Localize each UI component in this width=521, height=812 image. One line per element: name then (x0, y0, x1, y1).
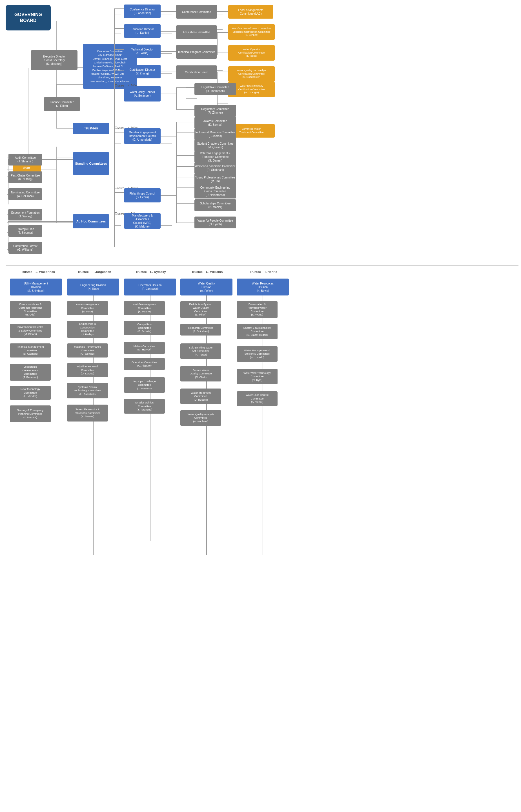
womens-leadership-committee: Women's Leadership Committee (R. Shirkha… (195, 162, 236, 174)
new-technology-label: New Technology Committee (H. Vendra) (21, 388, 40, 398)
smaller-utilities-label: Smaller Utilities Committee (J. Tarantin… (135, 401, 154, 411)
education-committee-label: Education Committee (183, 30, 210, 34)
trustee-jorgenson-label: Trustee – T. Jorgenson (68, 270, 121, 273)
water-operator-label: Water Operator Certification Committee (… (239, 48, 265, 58)
nominating-committee-label: Nominating Committee (A. DeGraca) (11, 191, 40, 198)
womens-leadership-label: Women's Leadership Committee (R. Shirkha… (195, 164, 236, 172)
water-use-efficiency-label: Water Use Efficiency Certification Commi… (239, 85, 265, 94)
safe-drinking-water-committee: Safe Drinking Water Act Committee (K. Po… (180, 344, 221, 359)
certification-board-label: Certification Board (185, 70, 208, 74)
standing-committees: Standing Committees (73, 152, 109, 175)
operators-division: Operators Division (R. Janowski) (124, 279, 176, 295)
water-resources-division-label: Water Resources Division (N. Boyle) (252, 282, 274, 293)
past-chairs-committee-label: Past Chairs Committee (K. Nutting) (11, 174, 40, 181)
regulatory-committee-label: Regulatory Committee (R. Zimmer) (201, 107, 229, 114)
technical-director: Technical Director (S. Willis) (124, 45, 161, 58)
smaller-utilities-committee: Smaller Utilities Committee (J. Tarantin… (124, 399, 165, 414)
veterans-engagement-committee: Veterans Engagement & Transition Committ… (195, 151, 236, 163)
trustee-dymally-label: Trustee – E. Dymally (124, 270, 178, 273)
philanthropy-council-label: Philanthropy Council (S. Hearn) (129, 192, 155, 199)
leadership-dev-committee: Leadership Development Committee (T. Pen… (10, 364, 51, 381)
conference-committee-label: Conference Committee (182, 10, 211, 14)
pipeline-renewal-label: Pipeline Renewal Committee (D. Katzev) (77, 365, 98, 375)
finance-committee: Finance Committee (J. Elliott) (44, 97, 80, 111)
trustee-henrie-text: Trustee – T. Henrie (250, 270, 277, 273)
water-resources-division: Water Resources Division (N. Boyle) (237, 279, 289, 295)
meters-committee: Meters Committee (M. Harvey) (124, 342, 165, 354)
research-committee-label: Research Committee (R. Shirkhani) (188, 326, 213, 333)
comm-customer-committee: Communications & Customer Relations Comm… (10, 301, 51, 318)
backflow-programs-committee: Backflow Programs Committee (K. Payne) (124, 301, 165, 315)
water-management-efficiency-committee: Water Management & Efficiency Committee … (237, 346, 277, 362)
source-water-quality-committee: Source Water Quality Committee (R. Clark… (180, 366, 221, 381)
education-director: Education Director (U. Daniel) (124, 24, 161, 38)
water-for-people-committee: Water for People Committee (G. Lynch) (195, 217, 236, 228)
financial-mgmt-label: Financial Management Committee (S. Gagno… (17, 345, 44, 355)
org-chart: GOVERNING BOARD Executive Director /Boar… (0, 0, 521, 812)
financial-mgmt-committee: Financial Management Committee (S. Gagno… (10, 344, 51, 357)
member-engagement-council: Member Engagement Development Council (D… (124, 128, 161, 144)
community-engineering-label: Community Engineering Corps Committee (P… (200, 186, 230, 197)
veterans-engagement-label: Veterans Engagement & Transition Committ… (200, 151, 230, 162)
endowment-formation-label: Endowment Formation (T. Worley) (11, 211, 40, 218)
past-chairs-committee: Past Chairs Committee (K. Nutting) (8, 171, 42, 183)
trustee-williams-text: Trustee – G. Williams (191, 270, 223, 273)
trustee-williams-label: Trustee – G. Williams (180, 270, 234, 273)
executive-committee-label: Executive Committee Joy Eldredge, Chair … (90, 49, 130, 83)
water-quality-analysis-committee: Water Quality Analysis Committee (D. Bon… (180, 410, 221, 426)
conference-director: Conference Director (C. Andersen) (124, 4, 161, 18)
water-utility-council-label: Water Utility Council (A. Belanger) (130, 90, 155, 97)
conference-format: Conference Format (G. Williams) (8, 242, 42, 254)
inclusion-diversity-label: Inclusion & Diversity Committee (F. Jame… (195, 131, 235, 138)
technical-program-committee: Technical Program Committee (176, 45, 217, 59)
materials-performance-label: Materials Performance Committee (G. Gome… (74, 345, 101, 355)
asset-management-label: Asset Management Committee (S. Pour) (76, 303, 99, 313)
executive-director: Executive Director /Board Secretary (S. … (31, 50, 77, 70)
env-health-safety-committee: Environmental Health & Safety Committee … (10, 324, 51, 338)
backflow-tester-label: Backflow Tester/Cross Connection Special… (232, 27, 271, 37)
nominating-committee: Nominating Committee (A. DeGraca) (8, 188, 42, 200)
water-quality-division: Water Quality Division (A. Feffer) (180, 279, 232, 295)
endowment-formation: Endowment Formation (T. Worley) (8, 209, 42, 220)
mac-council-label: Manufacturers & Associates Council (MAC)… (125, 214, 159, 228)
desalination-committee: Desalination & Recycled Water Committee … (237, 301, 277, 318)
young-professionals-committee: Young Professionals Committee (M. Im) (195, 173, 236, 185)
trustee-wollbrinck-text: Trustee – J. Wollbrinck (21, 270, 55, 273)
mac-council: Manufacturers & Associates Council (MAC)… (124, 213, 161, 229)
student-chapters-label: Student Chapters Committee (M. Quijano) (197, 142, 233, 149)
utility-management-division: Utility Management Division (S. Shirkhan… (10, 279, 62, 295)
certification-director: Certification Director (Y. Zhang) (124, 65, 161, 79)
legislative-committee-label: Legislative Committee (R. Thompson) (202, 85, 229, 93)
regulatory-committee: Regulatory Committee (R. Zimmer) (195, 105, 236, 117)
water-loss-control-label: Water Loss Control Committee (A. Talbot) (246, 393, 269, 404)
trustee-wollbrinck-label: Trustee – J. Wollbrinck (11, 270, 65, 273)
operators-committee-label: Operators Committee (G. Aispuro) (132, 360, 157, 368)
source-water-quality-label: Source Water Quality Committee (R. Clark… (190, 369, 211, 379)
leadership-dev-label: Leadership Development Committee (T. Pen… (23, 365, 38, 379)
new-technology-committee: New Technology Committee (H. Vendra) (10, 386, 51, 400)
legislative-committee: Legislative Committee (R. Thompson) (195, 83, 236, 95)
competition-committee: Competition Committee (B. Schultz) (124, 321, 165, 335)
awards-committee-label: Awards Committee (K. Barnes) (203, 119, 227, 127)
tanks-reservoirs-committee: Tanks, Reservoirs & Structures Committee… (67, 404, 108, 421)
advanced-water-label: Advanced Water Treatment Committee (239, 128, 264, 134)
student-chapters-committee: Student Chapters Committee (M. Quijano) (195, 139, 236, 151)
trustee-jorgenson-text: Trustee – T. Jorgenson (77, 270, 111, 273)
water-utility-council: Water Utility Council (A. Belanger) (124, 86, 161, 102)
energy-sustainability-label: Energy & Sustainability Committee (D. Bl… (244, 326, 271, 337)
operators-division-label: Operators Division (R. Janowski) (138, 283, 161, 291)
conference-director-label: Conference Director (C. Andersen) (130, 7, 155, 15)
strategic-plan: Strategic Plan (T. Bloomer) (8, 225, 42, 237)
utility-management-label: Utility Management Division (S. Shirkhan… (24, 282, 48, 293)
governing-board: GOVERNING BOARD (6, 5, 51, 30)
backflow-tester-committee: Backflow Tester/Cross Connection Special… (228, 24, 275, 40)
philanthropy-council: Philanthropy Council (S. Hearn) (124, 188, 161, 202)
education-director-label: Education Director (U. Daniel) (131, 27, 154, 35)
comm-customer-label: Communications & Customer Relations Comm… (19, 303, 42, 316)
water-well-technology-label: Water Well Technology Committee (R. Kyle… (244, 371, 271, 382)
asset-management-committee: Asset Management Committee (S. Pour) (67, 301, 108, 315)
awards-committee: Awards Committee (K. Barnes) (195, 117, 236, 129)
strategic-plan-label: Strategic Plan (T. Bloomer) (17, 227, 34, 235)
water-quality-division-label: Water Quality Division (A. Feffer) (198, 282, 215, 293)
audit-committee-label: Audit Committee (J. Shimmin) (15, 156, 36, 163)
